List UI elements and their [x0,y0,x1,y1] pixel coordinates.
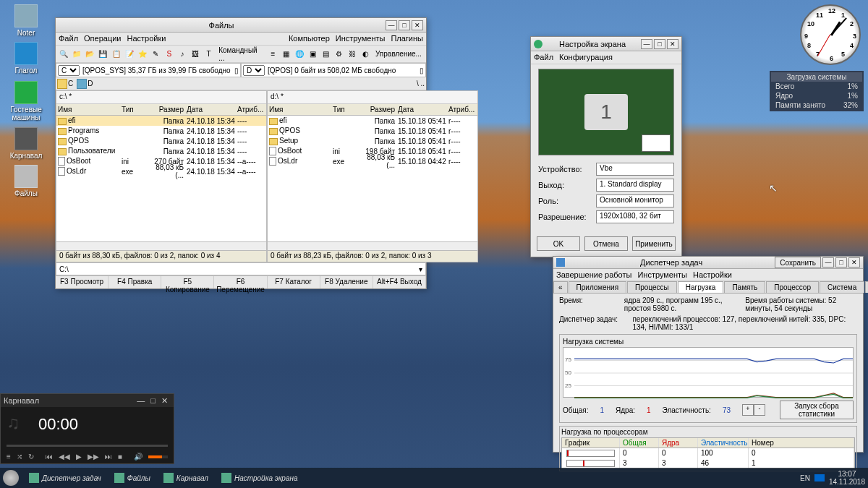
prefs-icon[interactable]: ◐ [359,48,372,61]
taskbar-item[interactable]: Настройка экрана [216,471,304,484]
volume-slider[interactable] [148,455,168,458]
language-indicator[interactable]: EN [800,474,810,482]
gear-icon[interactable]: ⚙ [333,48,345,61]
f5-copy[interactable]: F5 Копирование [161,276,214,288]
maximize-button[interactable]: □ [654,39,665,49]
file-row[interactable]: OsLdrexe88,03 кБ (...24.10.18 15:34--a--… [56,166,266,176]
globe-icon[interactable]: 🌐 [293,48,305,61]
close-button[interactable]: ✕ [848,257,860,267]
drive-d-icon[interactable] [77,79,87,89]
minimize-button[interactable]: — [386,20,397,30]
menu-shutdown[interactable]: Завершение работы [556,270,631,279]
app-icon[interactable]: ▣ [307,48,319,61]
star-icon[interactable]: ⭐ [137,48,149,61]
save-button[interactable]: Сохранить [775,257,821,268]
f3-view[interactable]: F3 Просмотр [56,276,109,288]
taskbar-clock[interactable]: 13:07 14.11.2018 [829,470,865,486]
ok-button[interactable]: OK [537,236,580,251]
command-label[interactable]: Командный ... [216,46,266,62]
start-button[interactable] [3,470,19,486]
col-name[interactable]: Имя [56,106,122,114]
desktop-icon-files[interactable]: Файлы [9,165,43,197]
menu-tools[interactable]: Инструменты [336,34,386,43]
folder-icon[interactable]: 📁 [70,48,82,61]
role-select[interactable]: Основной монитор [596,194,674,207]
tab-processes[interactable]: Процессы [627,281,677,293]
apply-button[interactable]: Применить [632,236,676,251]
manage-label[interactable]: Управление... [373,50,425,58]
monitor-preview[interactable]: 1 [538,69,674,155]
volume-icon[interactable]: 🔊 [134,453,142,461]
col-date[interactable]: Дата [187,106,237,114]
minimize-button[interactable]: — [641,39,652,49]
progress-bar[interactable] [7,445,168,447]
minimize-button[interactable]: — [822,257,834,267]
altf4-exit[interactable]: Alt+F4 Выход [373,276,426,288]
file-row[interactable]: SetupПапка15.10.18 05:41r---- [268,136,477,146]
file-manager-titlebar[interactable]: Файлы — □ ✕ [56,18,426,33]
drive-c-icon[interactable] [57,79,67,89]
taskbar-item[interactable]: Карнавал [158,471,214,484]
tab-next[interactable]: » [865,281,868,293]
tab-memory[interactable]: Память [724,281,765,293]
music-icon[interactable]: ♪ [176,48,188,61]
drive-select-right[interactable]: D [243,65,265,76]
scrollbar[interactable] [56,241,266,250]
grid-icon[interactable]: ▦ [280,48,292,61]
f8-delete[interactable]: F8 Удаление [320,276,373,288]
file-row[interactable]: efiПапка15.10.18 05:41r---- [268,116,477,126]
media-player-titlebar[interactable]: Карнавал — □ ✕ [1,394,174,407]
f6-move[interactable]: F6 Перемещение [214,276,267,288]
file-row[interactable]: ПользователиПапка24.10.18 15:34---- [56,146,266,156]
forward-button[interactable]: ▶▶ [88,453,99,461]
play-button[interactable]: ▶ [76,453,82,461]
maximize-button[interactable]: □ [150,396,156,405]
tab-apps[interactable]: Приложения [569,281,627,293]
prev-button[interactable]: ⏮ [46,453,53,461]
apps-icon[interactable]: ▤ [320,48,332,61]
note-icon[interactable]: 📝 [123,48,135,61]
maximize-button[interactable]: □ [399,20,410,30]
folder-up-icon[interactable]: 📂 [84,48,96,61]
list-icon[interactable]: ≡ [267,48,279,61]
run-stats-button[interactable]: Запуск сбора статистики [780,401,854,419]
menu-file[interactable]: Файл [59,34,78,43]
menu-tools[interactable]: Инструменты [637,270,687,279]
file-row[interactable]: efiПапка24.10.18 15:34---- [56,116,266,126]
tab-prev[interactable]: « [553,281,568,293]
close-button[interactable]: ✕ [161,396,168,406]
col-size[interactable]: Размер [150,106,187,114]
display-settings-titlebar[interactable]: Настройка экрана — □ ✕ [531,37,681,51]
spin-up[interactable]: + [742,404,754,416]
close-button[interactable]: ✕ [412,20,423,30]
minimize-button[interactable]: — [137,396,145,405]
menu-settings[interactable]: Настройки [127,34,166,43]
menu-plugins[interactable]: Плагины [391,34,423,43]
tab-load[interactable]: Нагрузка [678,281,724,293]
menu-computer[interactable]: Компьютер [289,34,330,43]
resolution-select[interactable]: 1920x1080, 32 бит [596,210,674,223]
rewind-button[interactable]: ◀◀ [59,453,70,461]
tab-cpu[interactable]: Процессор [766,281,819,293]
playlist-icon[interactable]: ≡ [7,453,11,461]
view-icon[interactable]: S [163,48,175,61]
split-icon[interactable]: ▯ [420,67,424,74]
col-attr[interactable]: Атриб... [237,106,266,114]
drive-select-left[interactable]: C [58,65,80,76]
processor-row[interactable]: 001000 [562,448,854,458]
taskbar-item[interactable]: Диспетчер задач [23,471,107,484]
spin-down[interactable]: - [754,404,765,416]
f4-edit[interactable]: F4 Правка [109,276,161,288]
right-path[interactable]: d:\ * [268,91,477,104]
cancel-button[interactable]: Отмена [584,236,628,251]
stop-button[interactable]: ■ [118,453,122,461]
task-manager-titlebar[interactable]: Диспетчер задач Сохранить — □ ✕ [553,257,863,269]
shuffle-icon[interactable]: ⤭ [17,453,22,461]
close-button[interactable]: ✕ [667,39,678,49]
f7-mkdir[interactable]: F7 Каталог [268,276,320,288]
output-select[interactable]: 1. Standard display [596,179,674,192]
col-type[interactable]: Тип [122,106,150,114]
menu-settings[interactable]: Настройки [693,270,732,279]
edit-icon[interactable]: ✎ [150,48,162,61]
command-line[interactable]: C:\▾ [56,262,426,275]
